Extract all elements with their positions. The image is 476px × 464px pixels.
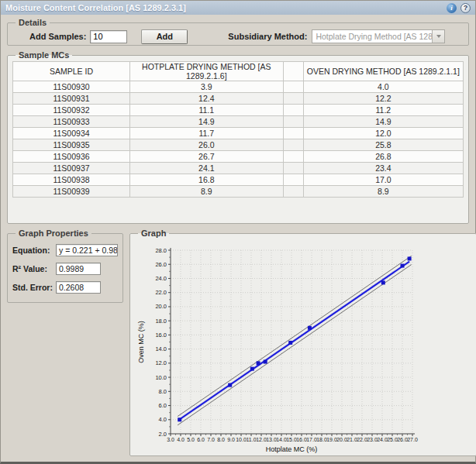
- svg-text:2.0: 2.0: [159, 431, 167, 438]
- table-row[interactable]: 11S0093112.412.2: [13, 93, 464, 105]
- help-icon[interactable]: ?: [460, 3, 471, 13]
- table-row[interactable]: 11S0093211.111.2: [13, 105, 464, 116]
- svg-text:18.0: 18.0: [316, 437, 327, 442]
- select-dropdown-button[interactable]: [432, 30, 444, 43]
- sample-id-cell[interactable]: 11S00939: [13, 186, 130, 198]
- svg-text:4.0: 4.0: [159, 416, 167, 423]
- table-row[interactable]: 11S0093724.123.4: [13, 163, 464, 174]
- mc-value-cell[interactable]: 8.9: [130, 186, 284, 198]
- spacer-cell: [283, 139, 303, 151]
- svg-text:10.0: 10.0: [155, 374, 167, 381]
- spacer-cell: [283, 163, 303, 174]
- table-row[interactable]: 11S0093626.726.8: [13, 151, 464, 163]
- app-window: Moisture Content Correlation [AS 1289.2.…: [0, 0, 476, 464]
- mc-value-cell[interactable]: 4.0: [303, 81, 463, 93]
- svg-text:26.0: 26.0: [155, 261, 167, 268]
- mc-value-cell[interactable]: 12.2: [303, 93, 463, 105]
- graph-properties-legend: Graph Properties: [16, 229, 91, 238]
- table-row[interactable]: 11S0093816.817.0: [13, 174, 464, 186]
- sample-id-cell[interactable]: 11S00937: [13, 163, 130, 174]
- info-icon[interactable]: i: [447, 3, 457, 13]
- mc-value-cell[interactable]: 25.8: [303, 139, 463, 151]
- table-row[interactable]: 11S009303.94.0: [13, 81, 464, 93]
- svg-text:14.0: 14.0: [276, 437, 287, 442]
- correlation-plot: 3.04.05.06.07.08.09.010.011.012.013.014.…: [135, 239, 471, 454]
- table-row[interactable]: 11S009398.98.9: [13, 186, 464, 198]
- mc-value-cell[interactable]: 24.1: [130, 163, 284, 174]
- mc-value-cell[interactable]: 23.4: [303, 163, 463, 174]
- mc-value-cell[interactable]: 11.1: [130, 105, 284, 116]
- sample-id-cell[interactable]: 11S00930: [13, 81, 130, 93]
- mc-value-cell[interactable]: 11.7: [130, 128, 284, 139]
- r2-value: 0.9989: [56, 263, 101, 275]
- column-header[interactable]: SAMPLE ID: [13, 62, 130, 81]
- details-panel: Details Add Samples: Add Subsidiary Meth…: [7, 18, 469, 46]
- subsidiary-method-value: Hotplate Drying Method [AS 1289.2.1.6]: [312, 32, 432, 41]
- mc-value-cell[interactable]: 16.8: [130, 174, 284, 186]
- svg-text:20.0: 20.0: [336, 437, 347, 442]
- sample-table-header-row: SAMPLE IDHOTPLATE DRYING METHOD [AS 1289…: [13, 62, 464, 81]
- svg-text:22.0: 22.0: [155, 289, 167, 296]
- spacer-cell: [283, 105, 303, 116]
- svg-text:22.0: 22.0: [357, 437, 367, 442]
- svg-text:26.0: 26.0: [397, 437, 408, 442]
- std-error-row: Std. Error: 0.2608: [12, 281, 118, 294]
- mc-value-cell[interactable]: 14.9: [130, 116, 284, 128]
- mc-value-cell[interactable]: 3.9: [130, 81, 284, 93]
- subsidiary-method-select[interactable]: Hotplate Drying Method [AS 1289.2.1.6]: [312, 29, 445, 43]
- mc-value-cell[interactable]: 12.0: [303, 128, 463, 139]
- svg-text:13.0: 13.0: [266, 437, 277, 442]
- svg-text:18.0: 18.0: [155, 318, 167, 325]
- add-button[interactable]: Add: [141, 29, 188, 44]
- spacer-cell: [283, 151, 303, 163]
- add-samples-input[interactable]: [90, 30, 127, 43]
- sample-id-cell[interactable]: 11S00936: [13, 151, 130, 163]
- equation-value: y = 0.221 + 0.98x: [56, 244, 118, 256]
- sample-id-cell[interactable]: 11S00932: [13, 105, 130, 116]
- svg-text:16.0: 16.0: [296, 437, 307, 442]
- sample-id-cell[interactable]: 11S00935: [13, 139, 130, 151]
- column-header[interactable]: OVEN DRYING METHOD [AS 1289.2.1.1]: [303, 62, 463, 81]
- svg-text:21.0: 21.0: [347, 437, 357, 442]
- column-header[interactable]: HOTPLATE DRYING METHOD [AS 1289.2.1.6]: [130, 62, 284, 81]
- svg-text:8.0: 8.0: [159, 388, 167, 395]
- mc-value-cell[interactable]: 14.9: [303, 116, 463, 128]
- sample-id-cell[interactable]: 11S00931: [13, 93, 130, 105]
- mc-value-cell[interactable]: 8.9: [303, 186, 463, 198]
- details-row: Add Samples: Add Subsidiary Method: Hotp…: [12, 28, 464, 45]
- svg-text:10.0: 10.0: [236, 437, 247, 442]
- table-row[interactable]: 11S0093411.712.0: [13, 128, 464, 139]
- svg-text:15.0: 15.0: [286, 437, 297, 442]
- spacer-cell: [283, 116, 303, 128]
- mc-value-cell[interactable]: 12.4: [130, 93, 284, 105]
- svg-text:14.0: 14.0: [155, 345, 167, 352]
- table-row[interactable]: 11S0093314.914.9: [13, 116, 464, 128]
- mc-value-cell[interactable]: 26.0: [130, 139, 284, 151]
- bottom-row: Graph Properties Equation: y = 0.221 + 0…: [7, 229, 469, 456]
- sample-id-cell[interactable]: 11S00933: [13, 116, 130, 128]
- svg-text:6.0: 6.0: [197, 437, 205, 442]
- spacer-cell: [283, 174, 303, 186]
- svg-text:7.0: 7.0: [207, 437, 215, 442]
- titlebar: Moisture Content Correlation [AS 1289.2.…: [1, 1, 475, 15]
- std-error-value: 0.2608: [56, 281, 101, 294]
- table-row[interactable]: 11S0093526.025.8: [13, 139, 464, 151]
- svg-text:8.0: 8.0: [217, 437, 225, 442]
- svg-text:24.0: 24.0: [377, 437, 388, 442]
- mc-value-cell[interactable]: 17.0: [303, 174, 463, 186]
- sample-id-cell[interactable]: 11S00938: [13, 174, 130, 186]
- column-header[interactable]: [283, 62, 303, 81]
- mc-value-cell[interactable]: 26.8: [303, 151, 463, 163]
- chevron-down-icon: [436, 35, 441, 38]
- svg-text:27.0: 27.0: [407, 437, 418, 442]
- sample-table: SAMPLE IDHOTPLATE DRYING METHOD [AS 1289…: [12, 61, 464, 198]
- window-title: Moisture Content Correlation [AS 1289.2.…: [5, 3, 186, 12]
- svg-text:6.0: 6.0: [159, 402, 167, 409]
- svg-text:16.0: 16.0: [155, 332, 167, 339]
- mc-value-cell[interactable]: 11.2: [303, 105, 463, 116]
- svg-text:Hotplate MC (%): Hotplate MC (%): [266, 445, 318, 453]
- sample-id-cell[interactable]: 11S00934: [13, 128, 130, 139]
- mc-value-cell[interactable]: 26.7: [130, 151, 284, 163]
- graph-legend: Graph: [138, 229, 169, 238]
- add-samples-label: Add Samples:: [29, 32, 86, 41]
